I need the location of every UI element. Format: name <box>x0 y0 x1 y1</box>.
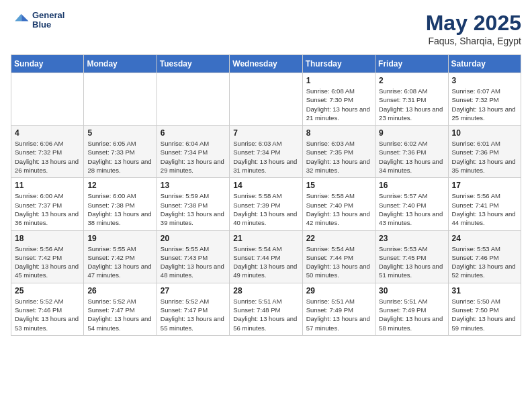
cell-date-number: 26 <box>87 286 152 295</box>
cell-info-text: Sunrise: 6:06 AM Sunset: 7:32 PM Dayligh… <box>15 139 80 175</box>
cell-info-text: Sunrise: 5:56 AM Sunset: 7:42 PM Dayligh… <box>15 244 80 280</box>
calendar-cell: 7Sunrise: 6:03 AM Sunset: 7:34 PM Daylig… <box>230 126 302 178</box>
calendar-header: SundayMondayTuesdayWednesdayThursdayFrid… <box>11 55 521 73</box>
cell-date-number: 7 <box>233 128 298 138</box>
cell-info-text: Sunrise: 5:55 AM Sunset: 7:42 PM Dayligh… <box>87 244 152 280</box>
calendar-cell: 20Sunrise: 5:55 AM Sunset: 7:43 PM Dayli… <box>157 230 229 283</box>
cell-info-text: Sunrise: 5:51 AM Sunset: 7:48 PM Dayligh… <box>233 297 298 332</box>
calendar-cell: 26Sunrise: 5:52 AM Sunset: 7:47 PM Dayli… <box>84 283 157 335</box>
calendar-cell: 10Sunrise: 6:01 AM Sunset: 7:36 PM Dayli… <box>448 126 521 178</box>
calendar-subtitle: Faqus, Sharqia, Egypt <box>426 36 521 46</box>
cell-info-text: Sunrise: 5:53 AM Sunset: 7:45 PM Dayligh… <box>379 244 444 280</box>
cell-info-text: Sunrise: 6:08 AM Sunset: 7:31 PM Dayligh… <box>379 87 444 122</box>
calendar-cell: 9Sunrise: 6:02 AM Sunset: 7:36 PM Daylig… <box>375 126 448 178</box>
calendar-cell: 23Sunrise: 5:53 AM Sunset: 7:45 PM Dayli… <box>375 230 448 283</box>
calendar-cell: 14Sunrise: 5:58 AM Sunset: 7:39 PM Dayli… <box>230 178 302 230</box>
cell-date-number: 4 <box>15 128 80 138</box>
calendar-cell: 15Sunrise: 5:58 AM Sunset: 7:40 PM Dayli… <box>302 178 375 230</box>
cell-info-text: Sunrise: 6:04 AM Sunset: 7:34 PM Dayligh… <box>161 139 226 175</box>
cell-date-number: 19 <box>87 234 152 243</box>
cell-date-number: 9 <box>379 128 444 138</box>
cell-info-text: Sunrise: 5:54 AM Sunset: 7:44 PM Dayligh… <box>306 244 371 280</box>
weekday-header-monday: Monday <box>84 55 157 73</box>
cell-date-number: 2 <box>379 76 444 85</box>
calendar-cell: 1Sunrise: 6:08 AM Sunset: 7:30 PM Daylig… <box>302 73 375 126</box>
calendar-cell: 11Sunrise: 6:00 AM Sunset: 7:37 PM Dayli… <box>11 178 84 230</box>
cell-info-text: Sunrise: 5:58 AM Sunset: 7:39 PM Dayligh… <box>233 191 298 227</box>
cell-date-number: 6 <box>161 128 226 138</box>
cell-info-text: Sunrise: 5:52 AM Sunset: 7:46 PM Dayligh… <box>15 297 80 332</box>
calendar-cell: 8Sunrise: 6:03 AM Sunset: 7:35 PM Daylig… <box>302 126 375 178</box>
calendar-cell: 22Sunrise: 5:54 AM Sunset: 7:44 PM Dayli… <box>302 230 375 283</box>
calendar-cell: 17Sunrise: 5:56 AM Sunset: 7:41 PM Dayli… <box>448 178 521 230</box>
cell-date-number: 28 <box>233 286 298 295</box>
calendar-cell: 12Sunrise: 6:00 AM Sunset: 7:38 PM Dayli… <box>84 178 157 230</box>
weekday-header-thursday: Thursday <box>302 55 375 73</box>
cell-info-text: Sunrise: 6:03 AM Sunset: 7:34 PM Dayligh… <box>233 139 298 175</box>
week-row-2: 4Sunrise: 6:06 AM Sunset: 7:32 PM Daylig… <box>11 126 521 178</box>
cell-date-number: 8 <box>306 128 371 138</box>
calendar-cell: 18Sunrise: 5:56 AM Sunset: 7:42 PM Dayli… <box>11 230 84 283</box>
calendar-cell: 13Sunrise: 5:59 AM Sunset: 7:38 PM Dayli… <box>157 178 229 230</box>
cell-info-text: Sunrise: 6:02 AM Sunset: 7:36 PM Dayligh… <box>379 139 444 175</box>
calendar-cell <box>157 73 229 126</box>
cell-date-number: 20 <box>161 234 226 243</box>
cell-info-text: Sunrise: 5:57 AM Sunset: 7:40 PM Dayligh… <box>379 191 444 227</box>
cell-info-text: Sunrise: 6:07 AM Sunset: 7:32 PM Dayligh… <box>452 87 517 122</box>
cell-date-number: 30 <box>379 286 444 295</box>
cell-date-number: 23 <box>379 234 444 243</box>
logo: General Blue <box>11 11 64 30</box>
calendar-cell: 2Sunrise: 6:08 AM Sunset: 7:31 PM Daylig… <box>375 73 448 126</box>
calendar-cell: 24Sunrise: 5:53 AM Sunset: 7:46 PM Dayli… <box>448 230 521 283</box>
weekday-header-friday: Friday <box>375 55 448 73</box>
calendar-cell <box>84 73 157 126</box>
weekday-header-sunday: Sunday <box>11 55 84 73</box>
cell-info-text: Sunrise: 5:59 AM Sunset: 7:38 PM Dayligh… <box>161 191 226 227</box>
cell-info-text: Sunrise: 6:03 AM Sunset: 7:35 PM Dayligh… <box>306 139 371 175</box>
weekday-header-tuesday: Tuesday <box>157 55 229 73</box>
weekday-header-wednesday: Wednesday <box>230 55 302 73</box>
calendar-cell: 4Sunrise: 6:06 AM Sunset: 7:32 PM Daylig… <box>11 126 84 178</box>
logo-text: General Blue <box>32 11 64 30</box>
calendar-cell: 21Sunrise: 5:54 AM Sunset: 7:44 PM Dayli… <box>230 230 302 283</box>
cell-date-number: 22 <box>306 234 371 243</box>
cell-date-number: 14 <box>233 181 298 190</box>
calendar-cell <box>230 73 302 126</box>
cell-info-text: Sunrise: 5:58 AM Sunset: 7:40 PM Dayligh… <box>306 191 371 227</box>
weekday-row: SundayMondayTuesdayWednesdayThursdayFrid… <box>11 55 521 73</box>
cell-date-number: 21 <box>233 234 298 243</box>
calendar-cell: 30Sunrise: 5:51 AM Sunset: 7:49 PM Dayli… <box>375 283 448 335</box>
calendar-cell <box>11 73 84 126</box>
calendar-cell: 16Sunrise: 5:57 AM Sunset: 7:40 PM Dayli… <box>375 178 448 230</box>
calendar-cell: 3Sunrise: 6:07 AM Sunset: 7:32 PM Daylig… <box>448 73 521 126</box>
page-header: General Blue May 2025 Faqus, Sharqia, Eg… <box>11 11 521 46</box>
logo-line1: General <box>32 11 64 20</box>
cell-info-text: Sunrise: 6:00 AM Sunset: 7:37 PM Dayligh… <box>15 191 80 227</box>
cell-date-number: 29 <box>306 286 371 295</box>
title-block: May 2025 Faqus, Sharqia, Egypt <box>426 11 521 46</box>
cell-date-number: 10 <box>452 128 517 138</box>
cell-date-number: 1 <box>306 76 371 85</box>
cell-date-number: 25 <box>15 286 80 295</box>
week-row-1: 1Sunrise: 6:08 AM Sunset: 7:30 PM Daylig… <box>11 73 521 126</box>
calendar-table: SundayMondayTuesdayWednesdayThursdayFrid… <box>11 54 521 336</box>
logo-line2: Blue <box>32 20 64 30</box>
cell-info-text: Sunrise: 5:54 AM Sunset: 7:44 PM Dayligh… <box>233 244 298 280</box>
cell-date-number: 18 <box>15 234 80 243</box>
cell-date-number: 27 <box>161 286 226 295</box>
cell-info-text: Sunrise: 6:01 AM Sunset: 7:36 PM Dayligh… <box>452 139 517 175</box>
cell-info-text: Sunrise: 6:08 AM Sunset: 7:30 PM Dayligh… <box>306 87 371 122</box>
cell-date-number: 31 <box>452 286 517 295</box>
cell-date-number: 15 <box>306 181 371 190</box>
calendar-cell: 31Sunrise: 5:50 AM Sunset: 7:50 PM Dayli… <box>448 283 521 335</box>
calendar-cell: 5Sunrise: 6:05 AM Sunset: 7:33 PM Daylig… <box>84 126 157 178</box>
calendar-title: May 2025 <box>426 11 521 36</box>
calendar-cell: 28Sunrise: 5:51 AM Sunset: 7:48 PM Dayli… <box>230 283 302 335</box>
week-row-5: 25Sunrise: 5:52 AM Sunset: 7:46 PM Dayli… <box>11 283 521 335</box>
calendar-cell: 19Sunrise: 5:55 AM Sunset: 7:42 PM Dayli… <box>84 230 157 283</box>
calendar-cell: 29Sunrise: 5:51 AM Sunset: 7:49 PM Dayli… <box>302 283 375 335</box>
cell-info-text: Sunrise: 5:52 AM Sunset: 7:47 PM Dayligh… <box>161 297 226 332</box>
cell-info-text: Sunrise: 5:51 AM Sunset: 7:49 PM Dayligh… <box>306 297 371 332</box>
cell-date-number: 5 <box>87 128 152 138</box>
logo-icon <box>11 11 30 30</box>
